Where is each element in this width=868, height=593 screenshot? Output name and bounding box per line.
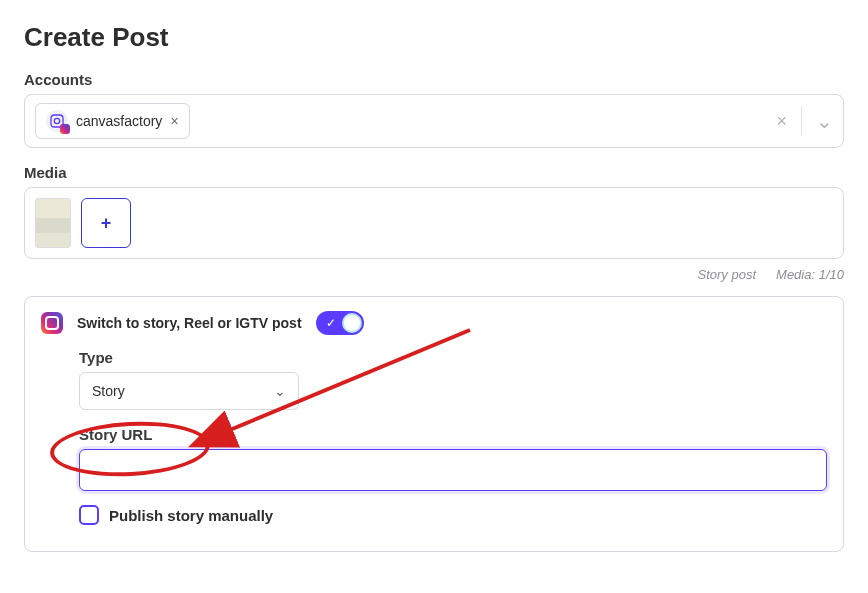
switch-label: Switch to story, Reel or IGTV post <box>77 315 302 331</box>
media-box: + <box>24 187 844 259</box>
page-title: Create Post <box>24 22 844 53</box>
type-select[interactable]: Story ⌄ <box>79 372 299 410</box>
media-thumbnail[interactable] <box>35 198 71 248</box>
chevron-down-icon: ⌄ <box>274 383 286 399</box>
media-label: Media <box>24 164 844 181</box>
type-label: Type <box>79 349 827 366</box>
divider <box>801 107 802 135</box>
accounts-label: Accounts <box>24 71 844 88</box>
account-avatar-icon <box>46 110 68 132</box>
instagram-badge-icon <box>60 124 70 134</box>
switch-toggle[interactable]: ✓ <box>316 311 364 335</box>
publish-manually-checkbox[interactable] <box>79 505 99 525</box>
story-url-input[interactable] <box>79 449 827 491</box>
svg-point-1 <box>54 118 59 123</box>
media-count-meta: Media: 1/10 <box>776 267 844 282</box>
post-options-panel: Switch to story, Reel or IGTV post ✓ Typ… <box>24 296 844 552</box>
check-icon: ✓ <box>326 316 336 330</box>
remove-account-icon[interactable]: × <box>170 113 178 129</box>
clear-accounts-icon[interactable]: × <box>776 111 787 132</box>
post-type-meta: Story post <box>698 267 757 282</box>
add-media-button[interactable]: + <box>81 198 131 248</box>
publish-manually-label: Publish story manually <box>109 507 273 524</box>
instagram-icon <box>41 312 63 334</box>
type-value: Story <box>92 383 125 399</box>
toggle-knob <box>342 313 362 333</box>
accounts-select[interactable]: canvasfactory × × ⌄ <box>24 94 844 148</box>
account-name: canvasfactory <box>76 113 162 129</box>
account-chip[interactable]: canvasfactory × <box>35 103 190 139</box>
story-url-label: Story URL <box>79 426 827 443</box>
chevron-down-icon[interactable]: ⌄ <box>816 116 833 126</box>
